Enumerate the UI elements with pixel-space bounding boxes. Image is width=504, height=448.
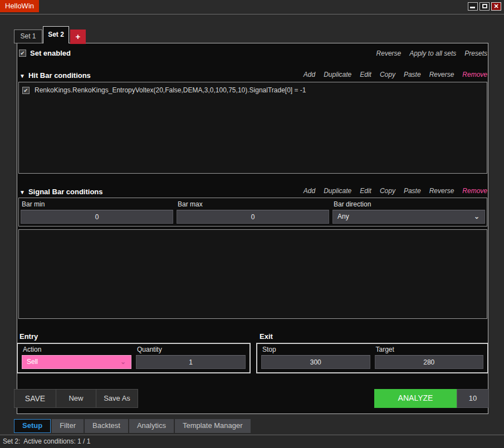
tab-set-2[interactable]: Set 2 <box>43 26 69 43</box>
action-label: Action <box>22 346 131 353</box>
presets-link[interactable]: Presets <box>464 50 487 57</box>
quantity-label: Quantity <box>136 346 246 353</box>
exit-title: Exit <box>260 332 273 341</box>
bar-min-label: Bar min <box>21 200 173 208</box>
minimize-button[interactable] <box>468 2 478 11</box>
action-value: Sell <box>27 358 38 366</box>
target-input[interactable] <box>375 355 484 369</box>
action-select[interactable]: Sell ⌄ <box>22 355 131 369</box>
signal-duplicate-link[interactable]: Duplicate <box>324 187 351 195</box>
bottom-tab-bar: Setup Filter Backtest Analytics Template… <box>14 419 251 433</box>
collapse-icon[interactable]: ▼ <box>19 73 25 79</box>
quantity-input[interactable] <box>136 355 246 369</box>
condition-text: RenkoKings.RenkoKings_EntropyVoltex(20,F… <box>35 86 306 94</box>
bar-direction-value: Any <box>337 213 349 220</box>
apply-to-all-sets-link[interactable]: Apply to all sets <box>409 50 456 57</box>
hit-duplicate-link[interactable]: Duplicate <box>324 71 351 78</box>
maximize-icon <box>482 4 487 8</box>
signal-reverse-link[interactable]: Reverse <box>429 187 454 195</box>
hit-remove-link[interactable]: Remove <box>462 71 487 78</box>
hit-add-link[interactable]: Add <box>304 71 315 78</box>
title-bar: HelloWin ✕ <box>0 0 504 12</box>
maximize-button[interactable] <box>479 2 490 11</box>
bar-max-label: Bar max <box>177 200 329 208</box>
condition-checkbox[interactable]: ✔ <box>22 87 30 94</box>
bar-direction-label: Bar direction <box>332 200 485 208</box>
signal-edit-link[interactable]: Edit <box>360 187 371 195</box>
new-button[interactable]: New <box>56 389 96 408</box>
status-bar: Set 2: Active conditions: 1 / 1 <box>0 435 504 448</box>
file-buttons: SAVE New Save As <box>14 389 138 408</box>
bar-direction-select[interactable]: Any ⌄ <box>332 210 485 224</box>
add-set-tab[interactable]: + <box>70 29 86 44</box>
analyze-count-field[interactable]: 10 <box>457 389 489 408</box>
hit-bar-actions: Add Duplicate Edit Copy Paste Reverse Re… <box>304 71 487 78</box>
signal-bar-conditions-list <box>18 229 487 319</box>
set-enabled-label: Set enabled <box>30 49 71 57</box>
signal-remove-link[interactable]: Remove <box>462 187 487 195</box>
minimize-icon <box>470 7 475 8</box>
bar-min-input[interactable] <box>21 210 173 224</box>
hit-edit-link[interactable]: Edit <box>360 71 371 78</box>
collapse-icon[interactable]: ▼ <box>19 189 25 195</box>
hit-bar-header: ▼Hit Bar conditions <box>19 70 91 80</box>
tab-set-1[interactable]: Set 1 <box>14 29 42 43</box>
save-button[interactable]: SAVE <box>14 389 56 408</box>
stop-label: Stop <box>261 346 370 353</box>
bar-max-input[interactable] <box>177 210 329 224</box>
set-enabled-checkbox[interactable]: ✔ <box>19 50 26 57</box>
condition-row[interactable]: ✔ RenkoKings.RenkoKings_EntropyVoltex(20… <box>19 82 487 98</box>
chevron-down-icon: ⌄ <box>120 356 126 368</box>
target-label: Target <box>375 346 484 353</box>
hit-bar-conditions-list: ✔ RenkoKings.RenkoKings_EntropyVoltex(20… <box>18 82 487 174</box>
window-controls: ✕ <box>468 2 501 11</box>
tab-backtest[interactable]: Backtest <box>85 419 128 433</box>
exit-group: Stop Target <box>256 343 488 373</box>
reverse-set-link[interactable]: Reverse <box>376 50 402 57</box>
window-title: HelloWin <box>0 0 39 12</box>
hit-paste-link[interactable]: Paste <box>404 71 421 78</box>
tab-setup[interactable]: Setup <box>14 419 51 433</box>
set-actions: Reverse Apply to all sets Presets <box>376 50 487 57</box>
signal-bar-settings: Bar min Bar max Bar direction Any ⌄ <box>18 198 487 227</box>
analyze-button[interactable]: ANALYZE <box>374 389 457 408</box>
hit-reverse-link[interactable]: Reverse <box>429 71 454 78</box>
tab-analytics[interactable]: Analytics <box>129 419 174 433</box>
signal-paste-link[interactable]: Paste <box>404 187 421 195</box>
signal-bar-header: ▼Signal Bar conditions <box>19 186 103 196</box>
tab-filter[interactable]: Filter <box>52 419 84 433</box>
hit-bar-title: Hit Bar conditions <box>28 71 91 80</box>
signal-copy-link[interactable]: Copy <box>380 187 395 195</box>
titlebar-separator <box>0 14 504 14</box>
chevron-down-icon: ⌄ <box>474 210 479 223</box>
entry-group: Action Sell ⌄ Quantity <box>17 343 251 373</box>
close-button[interactable]: ✕ <box>491 2 501 11</box>
hit-copy-link[interactable]: Copy <box>380 71 395 78</box>
signal-bar-title: Signal Bar conditions <box>28 188 103 196</box>
tab-template-manager[interactable]: Template Manager <box>175 419 251 433</box>
signal-bar-actions: Add Duplicate Edit Copy Paste Reverse Re… <box>304 187 487 195</box>
save-as-button[interactable]: Save As <box>96 389 138 408</box>
entry-title: Entry <box>19 332 38 341</box>
signal-add-link[interactable]: Add <box>304 187 315 195</box>
stop-input[interactable] <box>261 355 370 369</box>
